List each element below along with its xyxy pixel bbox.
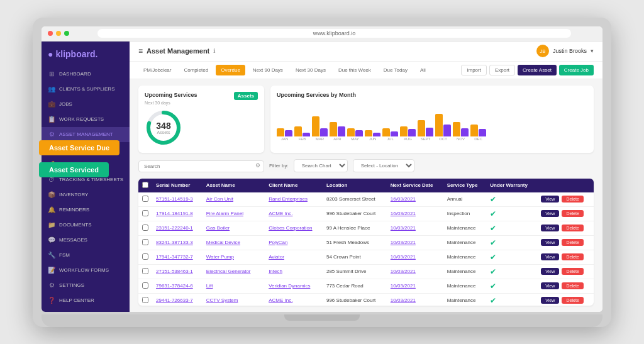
checkbox-6[interactable] [142, 282, 148, 289]
col-service-type[interactable]: Service Type [443, 179, 487, 192]
delete-button-2[interactable]: Delete [562, 225, 583, 231]
serial-7[interactable]: 29441-726633-7 [152, 293, 203, 306]
row-checkbox-7[interactable] [138, 293, 152, 306]
tab-pm/jobclear[interactable]: PM/Jobclear [138, 65, 176, 75]
delete-button-0[interactable]: Delete [562, 196, 583, 203]
row-checkbox-0[interactable] [138, 192, 152, 207]
delete-button-5[interactable]: Delete [562, 268, 583, 275]
col-client[interactable]: Client Name [265, 179, 323, 192]
serial-6[interactable]: 79631-378424-6 [152, 279, 203, 293]
tab-due-today[interactable]: Due Today [379, 65, 413, 75]
asset-name-6[interactable]: Lift [203, 279, 265, 293]
tab-all[interactable]: All [415, 65, 431, 75]
checkbox-5[interactable] [142, 268, 148, 274]
checkbox-1[interactable] [142, 210, 148, 216]
client-name-5[interactable]: Intech [265, 264, 323, 279]
tab-next-90-days[interactable]: Next 90 Days [248, 65, 288, 75]
create-asset-button[interactable]: Create Asset [518, 65, 557, 75]
next-service-0[interactable]: 16/03/2021 [387, 192, 443, 207]
sidebar-item-messages[interactable]: 💬 MESSAGES [42, 233, 130, 248]
client-name-4[interactable]: Aviator [265, 250, 323, 264]
serial-0[interactable]: 57151-114519-3 [152, 192, 203, 207]
client-name-3[interactable]: PolyCan [265, 235, 323, 250]
next-service-3[interactable]: 10/03/2021 [387, 235, 443, 250]
sidebar-item-dashboard[interactable]: ⊞ DASHBOARD [42, 67, 130, 82]
row-checkbox-5[interactable] [138, 264, 152, 279]
view-button-3[interactable]: View [541, 239, 559, 246]
delete-button-4[interactable]: Delete [562, 253, 583, 260]
client-name-1[interactable]: ACME Inc. [265, 206, 323, 221]
sidebar-item-documents[interactable]: 📁 DOCUMENTS [42, 218, 130, 233]
sidebar-item-asset-management[interactable]: ⚙ ASSET MANAGEMENT [42, 127, 130, 142]
view-button-7[interactable]: View [541, 297, 559, 304]
checkbox-4[interactable] [142, 253, 148, 260]
next-service-1[interactable]: 16/03/2021 [387, 206, 443, 221]
delete-button-6[interactable]: Delete [562, 282, 583, 289]
tab-completed[interactable]: Completed [179, 65, 213, 75]
asset-name-1[interactable]: Fire Alarm Panel [203, 206, 265, 221]
sidebar-item-work-requests[interactable]: 📋 WORK REQUESTS [42, 112, 130, 127]
user-dropdown-icon[interactable]: ▾ [591, 48, 594, 54]
client-name-2[interactable]: Globes Corporation [265, 221, 323, 235]
view-button-6[interactable]: View [541, 282, 559, 289]
tab-overdue[interactable]: Overdue [216, 65, 245, 75]
delete-button-7[interactable]: Delete [562, 297, 583, 304]
checkbox-3[interactable] [142, 239, 148, 245]
client-name-7[interactable]: ACME Inc. [265, 293, 323, 306]
browser-dot-close[interactable] [48, 31, 53, 36]
search-chart-filter[interactable]: Search Chart [294, 159, 348, 172]
sidebar-item-inventory[interactable]: 📦 INVENTORY [42, 187, 130, 203]
asset-name-2[interactable]: Gas Boiler [203, 221, 265, 235]
row-checkbox-6[interactable] [138, 279, 152, 293]
checkbox-2[interactable] [142, 225, 148, 231]
import-button[interactable]: Import [461, 65, 487, 75]
sidebar-item-clients[interactable]: 👥 CLIENTS & SUPPLIERS [42, 82, 130, 97]
checkbox-7[interactable] [142, 297, 148, 303]
serial-4[interactable]: 17941-347732-7 [152, 250, 203, 264]
sidebar-item-settings[interactable]: ⚙ SETTINGS [42, 278, 130, 293]
col-location[interactable]: Location [323, 179, 387, 192]
col-serial[interactable]: Serial Number [152, 179, 203, 192]
search-input[interactable] [138, 160, 264, 172]
create-job-button[interactable]: Create Job [559, 65, 594, 75]
asset-name-4[interactable]: Water Pump [203, 250, 265, 264]
checkbox-0[interactable] [142, 196, 148, 202]
delete-button-3[interactable]: Delete [562, 239, 583, 246]
select-all-checkbox[interactable] [142, 182, 148, 188]
row-checkbox-3[interactable] [138, 235, 152, 250]
row-checkbox-4[interactable] [138, 250, 152, 264]
view-button-0[interactable]: View [541, 196, 559, 203]
asset-name-7[interactable]: CCTV System [203, 293, 265, 306]
sidebar-item-help[interactable]: ❓ HELP CENTER [42, 293, 130, 308]
next-service-2[interactable]: 10/03/2021 [387, 221, 443, 235]
next-service-6[interactable]: 10/03/2021 [387, 279, 443, 293]
sidebar-item-fsm[interactable]: 🔧 FSM [42, 248, 130, 263]
col-asset-name[interactable]: Asset Name [203, 179, 265, 192]
col-warranty[interactable]: Under Warranty [486, 179, 537, 192]
view-button-1[interactable]: View [541, 210, 559, 217]
sidebar-item-workflow[interactable]: 📝 WORKFLOW FORMS [42, 263, 130, 278]
browser-dot-max[interactable] [64, 31, 69, 36]
delete-button-1[interactable]: Delete [562, 210, 583, 217]
asset-name-0[interactable]: Air Con Unit [203, 192, 265, 207]
tab-next-30-days[interactable]: Next 30 Days [291, 65, 331, 75]
asset-name-3[interactable]: Medical Device [203, 235, 265, 250]
client-name-6[interactable]: Veridian Dynamics [265, 279, 323, 293]
hamburger-icon[interactable]: ≡ [138, 47, 143, 55]
next-service-7[interactable]: 10/03/2021 [387, 293, 443, 306]
next-service-4[interactable]: 10/03/2021 [387, 250, 443, 264]
next-service-5[interactable]: 10/03/2021 [387, 264, 443, 279]
serial-1[interactable]: 17914-184191-8 [152, 206, 203, 221]
view-button-2[interactable]: View [541, 225, 559, 231]
serial-2[interactable]: 23151-222240-1 [152, 221, 203, 235]
serial-3[interactable]: 83241-387133-3 [152, 235, 203, 250]
sidebar-item-jobs[interactable]: 💼 JOBS [42, 97, 130, 112]
client-name-0[interactable]: Rand Enterprises [265, 192, 323, 207]
tab-due-this-week[interactable]: Due this Week [333, 65, 376, 75]
row-checkbox-1[interactable] [138, 206, 152, 221]
browser-dot-min[interactable] [56, 31, 61, 36]
sidebar-item-reminders[interactable]: 🔔 REMINDERS [42, 203, 130, 218]
export-button[interactable]: Export [489, 65, 515, 75]
location-filter[interactable]: Select - Location [353, 159, 414, 172]
serial-5[interactable]: 27151-538463-1 [152, 264, 203, 279]
